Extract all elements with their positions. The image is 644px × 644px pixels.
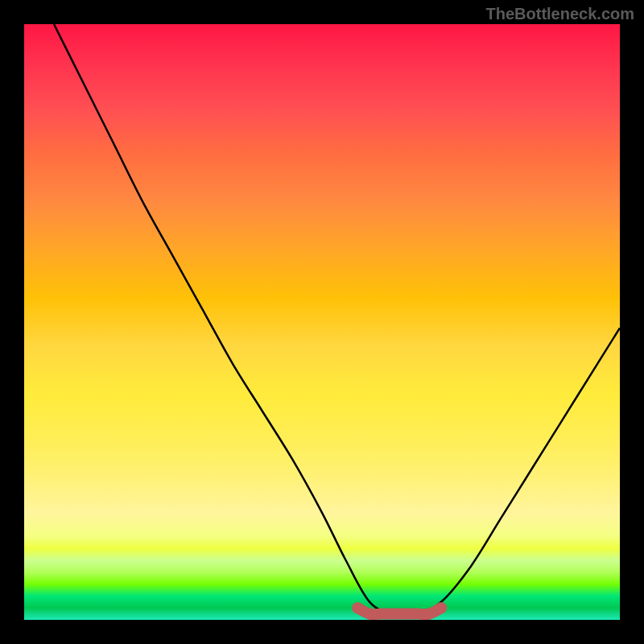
- watermark-text: TheBottleneck.com: [486, 5, 634, 23]
- flat-region-end-left: [352, 602, 363, 613]
- curve-svg: [24, 24, 620, 620]
- flat-region-end-right: [436, 602, 447, 613]
- flat-region-marker: [357, 608, 441, 614]
- bottleneck-curve: [54, 24, 620, 615]
- chart-frame: TheBottleneck.com: [0, 0, 644, 644]
- plot-area: [24, 24, 620, 620]
